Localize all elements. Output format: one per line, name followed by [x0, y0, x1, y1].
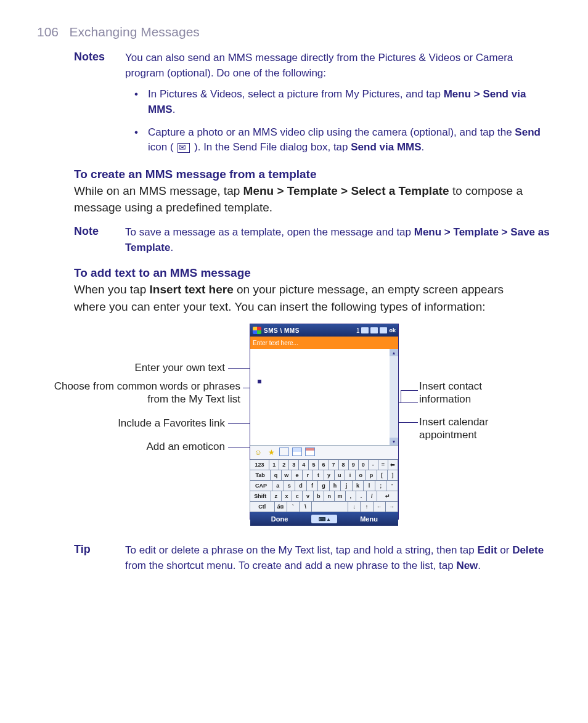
key[interactable]: [: [377, 470, 388, 481]
key[interactable]: Tab: [250, 470, 271, 481]
key[interactable]: ↓: [348, 502, 361, 512]
key[interactable]: →: [385, 502, 398, 512]
key[interactable]: 6: [318, 460, 329, 470]
bullet-item: • In Pictures & Videos, select a picture…: [134, 87, 551, 117]
msg-count: 1: [356, 327, 360, 334]
scroll-up-icon[interactable]: ▴: [390, 349, 398, 356]
envelope-icon: [178, 143, 190, 153]
key[interactable]: y: [324, 470, 335, 481]
callout-mytext: Choose from common words or phrases from…: [37, 380, 240, 406]
note-label: Note: [74, 225, 108, 255]
mytext-icon[interactable]: [279, 447, 289, 456]
callout-enter-text: Enter your own text: [37, 362, 225, 374]
tip-body: To edit or delete a phrase on the My Tex…: [125, 543, 551, 573]
bullet-list-1: • In Pictures & Videos, select a picture…: [134, 87, 551, 155]
section-heading-addtext: To add text to an MMS message: [74, 266, 551, 280]
notes-body: You can also send an MMS message directl…: [125, 51, 551, 81]
key[interactable]: `: [287, 502, 300, 512]
key[interactable]: h: [329, 481, 341, 491]
note-block-2: Note To save a message as a template, op…: [74, 225, 551, 255]
ok-button[interactable]: ok: [389, 327, 396, 333]
keyboard-toggle-icon[interactable]: ⌨ ▴: [311, 515, 337, 523]
text-area[interactable]: ▴ ▾: [250, 349, 398, 445]
key[interactable]: l: [363, 481, 375, 491]
key[interactable]: 8: [338, 460, 349, 470]
key[interactable]: m: [334, 491, 345, 502]
key[interactable]: 9: [348, 460, 359, 470]
bullet-text: icon (: [148, 141, 176, 153]
key[interactable]: Ctl: [250, 502, 275, 512]
notes-label: Notes: [74, 51, 108, 81]
key[interactable]: x: [281, 491, 292, 502]
key[interactable]: v: [302, 491, 313, 502]
bullet-text: ). In the Send File dialog box, tap: [194, 141, 351, 153]
bullet-dot: •: [134, 125, 141, 155]
favorites-icon[interactable]: ★: [266, 447, 276, 457]
key[interactable]: 7: [329, 460, 339, 470]
key[interactable]: o: [355, 470, 366, 481]
key[interactable]: u: [334, 470, 345, 481]
paragraph: While on an MMS message, tap Menu > Temp…: [74, 182, 526, 216]
key[interactable]: -: [368, 460, 378, 470]
key[interactable]: k: [352, 481, 364, 491]
key[interactable]: ↑: [360, 502, 373, 512]
done-button[interactable]: Done: [250, 515, 309, 523]
key[interactable]: ⬅: [388, 460, 398, 470]
key[interactable]: =: [378, 460, 388, 470]
key[interactable]: g: [317, 481, 330, 491]
calendar-icon[interactable]: [305, 447, 315, 456]
tip-block: Tip To edit or delete a phrase on the My…: [74, 543, 551, 573]
menu-button[interactable]: Menu: [340, 515, 398, 523]
key[interactable]: ←: [373, 502, 386, 512]
key[interactable]: f: [306, 481, 319, 491]
contact-icon[interactable]: [292, 447, 302, 456]
section-heading-template: To create an MMS message from a template: [74, 168, 551, 181]
key[interactable]: ↵: [377, 491, 398, 502]
scroll-down-icon[interactable]: ▾: [390, 438, 398, 445]
key[interactable]: q: [270, 470, 281, 481]
key[interactable]: d: [295, 481, 307, 491]
emoticon-icon[interactable]: ☺: [253, 447, 263, 457]
key[interactable]: b: [313, 491, 324, 502]
note-body: To save a message as a template, open th…: [125, 225, 551, 255]
enter-text-field[interactable]: Enter text here...: [250, 337, 398, 349]
onscreen-keyboard[interactable]: 1231234567890-=⬅ Tabqwertyuiop[] CAPasdf…: [250, 459, 398, 512]
key[interactable]: z: [271, 491, 282, 502]
bullet-text: Capture a photo or an MMS video clip usi…: [148, 126, 515, 138]
key[interactable]: a: [272, 481, 284, 491]
key[interactable]: 0: [358, 460, 369, 470]
key[interactable]: [311, 502, 348, 512]
key[interactable]: 4: [298, 460, 309, 470]
phone-titlebar: SMS \ MMS 1 ok: [250, 324, 398, 337]
key[interactable]: ;: [375, 481, 387, 491]
cursor-marker: [258, 380, 261, 383]
key[interactable]: 2: [279, 460, 289, 470]
start-icon[interactable]: [253, 327, 261, 334]
key[interactable]: ': [386, 481, 398, 491]
key[interactable]: /: [366, 491, 377, 502]
key[interactable]: c: [292, 491, 303, 502]
page-number: 106: [37, 25, 59, 39]
key[interactable]: Shift: [250, 491, 271, 502]
key[interactable]: 1: [269, 460, 279, 470]
key[interactable]: áü: [274, 502, 287, 512]
key[interactable]: .: [356, 491, 367, 502]
key[interactable]: 5: [308, 460, 319, 470]
key[interactable]: t: [312, 470, 324, 481]
key[interactable]: 3: [288, 460, 299, 470]
key[interactable]: ]: [387, 470, 398, 481]
bullet-bold: Send via MMS: [351, 141, 421, 153]
key[interactable]: 123: [250, 460, 269, 470]
key[interactable]: j: [340, 481, 353, 491]
key[interactable]: r: [302, 470, 313, 481]
key[interactable]: i: [345, 470, 356, 481]
key[interactable]: \: [299, 502, 312, 512]
key[interactable]: n: [324, 491, 335, 502]
key[interactable]: w: [281, 470, 292, 481]
key[interactable]: ,: [345, 491, 356, 502]
key[interactable]: s: [284, 481, 296, 491]
key[interactable]: CAP: [250, 481, 272, 491]
status-icons: 1 ok: [356, 327, 396, 334]
key[interactable]: p: [365, 470, 377, 481]
key[interactable]: e: [292, 470, 303, 481]
